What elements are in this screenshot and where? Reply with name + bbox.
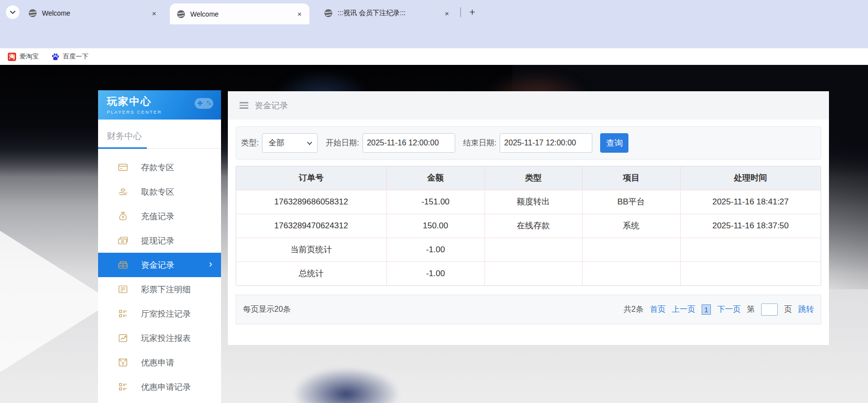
tab-divider	[460, 7, 461, 17]
bookmark-label: 百度一下	[63, 52, 88, 61]
sidebar-item-label: 玩家投注报表	[141, 333, 191, 344]
tab-betting-records[interactable]: :::视讯 会员下注纪录::: ×	[317, 5, 457, 21]
tab-search-button[interactable]	[6, 5, 20, 19]
globe-favicon	[324, 9, 333, 18]
sidebar-item-funds-records[interactable]: 资金记录 ›	[98, 253, 221, 277]
first-page-link[interactable]: 首页	[650, 304, 666, 315]
banknote-icon	[118, 235, 128, 246]
funds-table: 订单号 金额 类型 项目 处理时间 1763289686058312 -151.…	[236, 166, 821, 286]
tab-close-icon[interactable]: ×	[149, 8, 159, 18]
type-select[interactable]: 全部	[262, 133, 318, 153]
chart-icon	[118, 333, 128, 343]
cell-amount: -1.00	[386, 238, 484, 262]
tab-welcome-2-active[interactable]: Welcome ×	[170, 3, 309, 24]
table-header-row: 订单号 金额 类型 项目 处理时间	[236, 166, 821, 190]
jump-label-pre: 第	[747, 304, 755, 315]
cell-empty	[484, 262, 582, 285]
col-header-project: 项目	[582, 166, 680, 190]
sidebar-item-promo-apply[interactable]: ¥ 优惠申请	[98, 350, 221, 375]
type-label: 类型:	[241, 138, 259, 148]
bookmark-label: 爱淘宝	[20, 52, 39, 61]
tab-title: Welcome	[42, 9, 144, 17]
cell-project: BB平台	[582, 190, 680, 214]
cell-time: 2025-11-16 18:41:27	[680, 190, 821, 214]
main-panel: 资金记录 类型: 全部 开始日期: 结束日期: 查询 订单号	[228, 91, 829, 345]
sidebar-section-title: 财务中心	[98, 120, 221, 142]
start-date-input[interactable]	[363, 133, 455, 153]
gamepad-icon	[194, 95, 214, 112]
col-header-amount: 金额	[386, 166, 484, 190]
tab-strip: Welcome × Welcome × :::视讯 会员下注纪录::: × +	[0, 0, 868, 24]
sidebar-item-label: 资金记录	[141, 260, 174, 271]
sidebar-item-label: 优惠申请	[141, 357, 174, 368]
browser-toolbar: js13.cc/hhcp/usercenter.html?iniType=6	[0, 24, 868, 48]
sidebar-menu: 存款专区 取款专区 ¥	[98, 155, 221, 399]
chevron-right-icon: ›	[209, 258, 212, 269]
total-count-text: 共2条	[624, 304, 644, 315]
prev-page-link[interactable]: 上一页	[672, 304, 695, 315]
current-page-indicator[interactable]: 1	[702, 304, 711, 315]
table-row: 1763289686058312 -151.00 额度转出 BB平台 2025-…	[236, 190, 821, 214]
col-header-time: 处理时间	[680, 166, 821, 190]
search-button[interactable]: 查询	[600, 133, 628, 153]
sidebar-section-underline	[98, 148, 221, 149]
tab-close-icon[interactable]: ×	[442, 8, 452, 18]
list-icon	[118, 308, 128, 319]
end-date-label: 结束日期:	[463, 138, 496, 148]
tab-welcome-1[interactable]: Welcome ×	[21, 5, 164, 21]
cell-amount: 150.00	[386, 214, 484, 238]
pagination-controls: 共2条 首页 上一页 1 下一页 第 页 跳转	[624, 303, 814, 316]
cell-type: 在线存款	[484, 214, 582, 238]
sidebar-item-label: 提现记录	[141, 235, 174, 246]
jump-page-input[interactable]	[761, 303, 778, 316]
browser-window: Welcome × Welcome × :::视讯 会员下注纪录::: × +	[0, 0, 868, 403]
filter-bar: 类型: 全部 开始日期: 结束日期: 查询	[236, 126, 821, 160]
sidebar-item-hall-bet-records[interactable]: 厅室投注记录	[98, 302, 221, 326]
deposit-card-icon	[118, 162, 128, 173]
page-size-text: 每页显示20条	[243, 304, 291, 315]
next-page-link[interactable]: 下一页	[717, 304, 741, 315]
bookmark-baidu[interactable]: 百度一下	[51, 52, 88, 61]
sidebar-item-withdrawal-records[interactable]: 提现记录	[98, 228, 221, 253]
bookmarks-bar: 淘 爱淘宝 百度一下	[0, 48, 868, 65]
background-blob	[293, 367, 400, 403]
cell-amount: -1.00	[386, 262, 484, 285]
cell-time: 2025-11-16 18:37:50	[680, 214, 821, 238]
col-header-order-no: 订单号	[236, 166, 386, 190]
bookmark-aitaobao[interactable]: 淘 爱淘宝	[8, 52, 39, 61]
col-header-type: 类型	[484, 166, 582, 190]
sidebar-item-recharge-records[interactable]: ¥ 充值记录	[98, 204, 221, 228]
cell-project: 系统	[582, 214, 680, 238]
start-date-label: 开始日期:	[325, 138, 359, 148]
pagination-bar: 每页显示20条 共2条 首页 上一页 1 下一页 第 页 跳转	[236, 295, 821, 324]
cell-order-no: 1763289470624312	[236, 214, 386, 238]
cell-amount: -151.00	[386, 190, 484, 214]
tab-close-icon[interactable]: ×	[295, 9, 304, 19]
envelope-yen-icon: ¥	[118, 357, 128, 368]
table-row-grand-total: 总统计 -1.00	[236, 262, 821, 285]
type-select-value: 全部	[268, 138, 307, 148]
jump-label-post: 页	[784, 304, 792, 315]
chevron-down-icon	[307, 141, 312, 145]
sidebar-item-label: 存款专区	[141, 162, 174, 173]
table-row: 1763289470624312 150.00 在线存款 系统 2025-11-…	[236, 214, 821, 238]
hamburger-icon	[240, 101, 248, 110]
sidebar-item-deposit-zone[interactable]: 存款专区	[98, 155, 221, 180]
sidebar-item-player-bet-report[interactable]: 玩家投注报表	[98, 326, 221, 350]
jump-action-link[interactable]: 跳转	[798, 304, 814, 315]
sidebar-item-promo-apply-records[interactable]: 优惠申请记录	[98, 375, 221, 399]
sidebar-item-label: 充值记录	[141, 211, 174, 222]
cell-label: 当前页统计	[236, 238, 386, 262]
sidebar-item-withdraw-zone[interactable]: 取款专区	[98, 180, 221, 204]
sidebar-item-lottery-bet-details[interactable]: 彩票下注明细	[98, 277, 221, 302]
new-tab-button[interactable]: +	[465, 5, 479, 19]
main-header: 资金记录	[228, 91, 829, 120]
cell-empty	[484, 238, 582, 262]
list-doc-icon	[118, 284, 128, 295]
cell-empty	[582, 238, 680, 262]
sidebar-item-label: 取款专区	[141, 186, 174, 198]
withdraw-hand-icon	[118, 186, 128, 197]
page-title: 资金记录	[255, 100, 288, 111]
end-date-input[interactable]	[500, 133, 592, 153]
baidu-paw-icon	[51, 53, 60, 61]
